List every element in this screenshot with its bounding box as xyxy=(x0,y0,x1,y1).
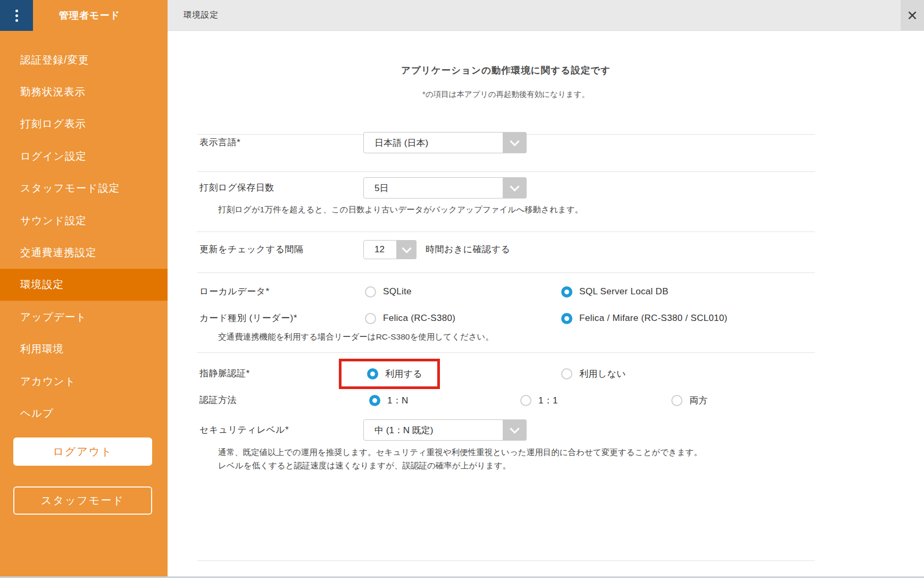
option-label: 利用しない xyxy=(579,368,626,380)
option-label: 両方 xyxy=(689,394,708,407)
language-select[interactable]: 日本語 (日本) xyxy=(363,132,527,153)
chevron-glyph xyxy=(510,181,519,191)
radio-selected-icon[interactable] xyxy=(369,395,380,406)
log-retention-value: 5日 xyxy=(374,178,388,198)
local-data-label: ローカルデータ* xyxy=(199,284,270,300)
sidebar-item-work-status[interactable]: 勤務状況表示 xyxy=(0,76,168,108)
card-type-helper: 交通費連携機能を利用する場合リーダーはRC-S380を使用してください。 xyxy=(218,332,494,343)
close-button[interactable]: ✕ xyxy=(901,0,924,31)
divider xyxy=(197,171,815,172)
local-data-option-sqlite[interactable]: SQLite xyxy=(365,284,412,300)
auth-method-label: 認証方法 xyxy=(199,392,237,408)
sidebar-item-update[interactable]: アップデート xyxy=(0,301,168,333)
kebab-dot-icon xyxy=(15,14,18,17)
card-type-option-felica-mifare[interactable]: Felica / Mifare (RC-S380 / SCL010) xyxy=(561,310,728,326)
radio-icon[interactable] xyxy=(365,313,376,324)
sidebar-item-transport-settings[interactable]: 交通費連携設定 xyxy=(0,236,168,268)
update-interval-value: 12 xyxy=(374,241,385,259)
option-label: SQLite xyxy=(383,286,412,297)
radio-selected-icon[interactable] xyxy=(367,368,378,379)
sidebar-item-help[interactable]: ヘルプ xyxy=(0,397,168,429)
update-interval-select[interactable]: 12 xyxy=(363,240,417,259)
security-level-select[interactable]: 中 (1：N 既定) xyxy=(363,419,527,441)
radio-selected-icon[interactable] xyxy=(561,313,572,324)
sidebar-item-environment-settings[interactable]: 環境設定 xyxy=(0,269,168,301)
log-retention-label: 打刻ログ保存日数 xyxy=(199,177,274,199)
chevron-down-icon[interactable] xyxy=(396,240,417,259)
chevron-glyph xyxy=(402,243,411,253)
close-icon: ✕ xyxy=(907,8,918,23)
radio-icon[interactable] xyxy=(365,286,376,298)
chevron-down-icon[interactable] xyxy=(503,419,527,441)
sidebar-mode-title: 管理者モード xyxy=(33,0,168,31)
sidebar-item-punch-log[interactable]: 打刻ログ表示 xyxy=(0,108,168,140)
intro-text: アプリケーションの動作環境に関する設定です xyxy=(197,64,815,77)
radio-icon[interactable] xyxy=(520,395,531,406)
chevron-glyph xyxy=(510,136,519,146)
option-label: 1：1 xyxy=(538,394,558,407)
staff-mode-button[interactable]: スタッフモード xyxy=(13,486,152,515)
option-label: 1：N xyxy=(387,394,409,407)
page-title: 環境設定 xyxy=(184,10,219,21)
radio-icon[interactable] xyxy=(671,395,682,406)
auth-method-option-both[interactable]: 両方 xyxy=(671,392,708,408)
divider xyxy=(197,273,815,273)
log-retention-select[interactable]: 5日 xyxy=(363,177,527,199)
divider xyxy=(197,352,815,353)
chevron-down-icon[interactable] xyxy=(503,177,527,199)
sidebar-item-account[interactable]: アカウント xyxy=(0,365,168,397)
radio-selected-icon[interactable] xyxy=(561,286,572,298)
card-type-option-felica[interactable]: Felica (RC-S380) xyxy=(365,310,455,326)
sidebar-item-login-settings[interactable]: ログイン設定 xyxy=(0,140,168,172)
settings-panel: アプリケーションの動作環境に関する設定です *の項目は本アプリの再起動後有効にな… xyxy=(168,31,924,578)
option-label: Felica / Mifare (RC-S380 / SCL010) xyxy=(579,313,728,324)
divider xyxy=(197,232,815,232)
intro-note: *の項目は本アプリの再起動後有効になります。 xyxy=(197,89,815,100)
update-interval-label: 更新をチェックする間隔 xyxy=(199,240,303,259)
kebab-dot-icon xyxy=(15,10,18,12)
auth-method-option-11[interactable]: 1：1 xyxy=(520,392,558,408)
sidebar-item-usage-environment[interactable]: 利用環境 xyxy=(0,333,168,365)
sidebar-item-staff-mode-settings[interactable]: スタッフモード設定 xyxy=(0,172,168,204)
app-window: 管理者モード 認証登録/変更 勤務状況表示 打刻ログ表示 ログイン設定 スタッフ… xyxy=(0,0,924,578)
chevron-down-icon[interactable] xyxy=(503,132,527,153)
highlight-box: 利用する xyxy=(339,359,440,389)
security-level-helper-1: 通常、既定値以上での運用を推奨します。セキュリティ重視や利便性重視といった運用目… xyxy=(218,447,702,458)
security-level-helper-2: レベルを低くすると認証速度は速くなりますが、誤認証の確率が上がります。 xyxy=(218,460,511,472)
sidebar-item-sound-settings[interactable]: サウンド設定 xyxy=(0,204,168,236)
divider xyxy=(197,560,815,561)
auth-method-option-1n[interactable]: 1：N xyxy=(369,392,409,408)
finger-vein-option-use[interactable]: 利用する xyxy=(385,368,422,380)
local-data-option-sqlserver[interactable]: SQL Server Local DB xyxy=(561,284,669,300)
kebab-dot-icon xyxy=(15,19,18,22)
sidebar-item-auth-register[interactable]: 認証登録/変更 xyxy=(0,44,168,76)
sidebar-nav: 認証登録/変更 勤務状況表示 打刻ログ表示 ログイン設定 スタッフモード設定 サ… xyxy=(0,44,168,430)
chevron-glyph xyxy=(510,424,519,433)
radio-icon[interactable] xyxy=(561,368,572,379)
log-retention-helper: 打刻ログが1万件を超えると、この日数より古いデータがバックアップファイルへ移動さ… xyxy=(218,204,583,216)
titlebar: 環境設定 xyxy=(168,0,924,31)
sidebar: 管理者モード 認証登録/変更 勤務状況表示 打刻ログ表示 ログイン設定 スタッフ… xyxy=(0,0,168,578)
option-label: Felica (RC-S380) xyxy=(383,313,455,324)
language-value: 日本語 (日本) xyxy=(374,133,428,153)
card-type-label: カード種別 (リーダー)* xyxy=(199,310,297,326)
kebab-menu-button[interactable] xyxy=(0,0,33,31)
option-label: SQL Server Local DB xyxy=(579,286,669,297)
settings-form: アプリケーションの動作環境に関する設定です *の項目は本アプリの再起動後有効にな… xyxy=(197,31,815,578)
security-level-label: セキュリティレベル* xyxy=(199,419,289,441)
security-level-value: 中 (1：N 既定) xyxy=(374,420,434,440)
finger-vein-label: 指静脈認証* xyxy=(199,366,250,382)
language-label: 表示言語* xyxy=(199,132,240,153)
logout-button[interactable]: ログアウト xyxy=(13,437,152,466)
finger-vein-option-not-use[interactable]: 利用しない xyxy=(561,366,626,382)
update-interval-suffix: 時間おきに確認する xyxy=(426,240,511,259)
